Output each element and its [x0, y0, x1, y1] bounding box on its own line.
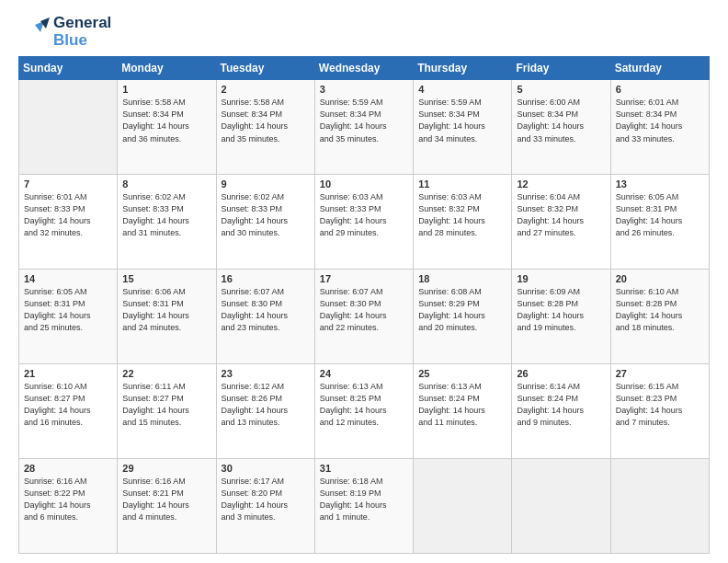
calendar-cell: 4Sunrise: 5:59 AM Sunset: 8:34 PM Daylig…	[414, 80, 512, 175]
day-info: Sunrise: 6:10 AM Sunset: 8:28 PM Dayligh…	[616, 286, 704, 334]
day-info: Sunrise: 6:05 AM Sunset: 8:31 PM Dayligh…	[24, 286, 112, 334]
day-number: 10	[320, 178, 408, 190]
day-info: Sunrise: 6:15 AM Sunset: 8:23 PM Dayligh…	[616, 381, 704, 429]
calendar-table: SundayMondayTuesdayWednesdayThursdayFrid…	[18, 56, 710, 554]
day-number: 9	[222, 178, 310, 190]
header-day-friday: Friday	[512, 57, 610, 80]
day-number: 22	[122, 368, 210, 379]
day-number: 2	[222, 84, 310, 95]
day-number: 23	[222, 368, 310, 379]
day-info: Sunrise: 6:16 AM Sunset: 8:22 PM Dayligh…	[24, 476, 112, 523]
day-info: Sunrise: 6:13 AM Sunset: 8:24 PM Dayligh…	[418, 381, 506, 429]
day-number: 24	[320, 368, 408, 379]
calendar-cell: 26Sunrise: 6:14 AM Sunset: 8:24 PM Dayli…	[512, 364, 610, 459]
day-info: Sunrise: 5:59 AM Sunset: 8:34 PM Dayligh…	[320, 97, 408, 144]
day-info: Sunrise: 5:58 AM Sunset: 8:34 PM Dayligh…	[222, 97, 310, 144]
day-number: 21	[24, 368, 112, 379]
day-number: 26	[517, 368, 605, 379]
calendar-cell	[19, 80, 118, 175]
day-number: 29	[122, 463, 210, 474]
calendar-cell: 19Sunrise: 6:09 AM Sunset: 8:28 PM Dayli…	[512, 270, 610, 364]
day-info: Sunrise: 6:12 AM Sunset: 8:26 PM Dayligh…	[222, 381, 310, 429]
week-row-1: 1Sunrise: 5:58 AM Sunset: 8:34 PM Daylig…	[19, 80, 710, 175]
calendar-cell: 17Sunrise: 6:07 AM Sunset: 8:30 PM Dayli…	[314, 270, 413, 364]
day-info: Sunrise: 6:05 AM Sunset: 8:31 PM Dayligh…	[616, 191, 704, 239]
header: General Blue	[18, 15, 710, 49]
header-day-tuesday: Tuesday	[216, 57, 314, 80]
calendar-cell: 6Sunrise: 6:01 AM Sunset: 8:34 PM Daylig…	[610, 80, 709, 175]
week-row-5: 28Sunrise: 6:16 AM Sunset: 8:22 PM Dayli…	[19, 459, 710, 554]
day-info: Sunrise: 6:09 AM Sunset: 8:28 PM Dayligh…	[517, 286, 605, 334]
day-info: Sunrise: 6:03 AM Sunset: 8:32 PM Dayligh…	[418, 191, 506, 239]
day-number: 5	[517, 84, 605, 95]
header-day-wednesday: Wednesday	[314, 57, 413, 80]
day-number: 6	[616, 84, 704, 95]
day-info: Sunrise: 6:08 AM Sunset: 8:29 PM Dayligh…	[418, 286, 506, 334]
calendar-cell	[610, 459, 709, 554]
calendar-cell: 22Sunrise: 6:11 AM Sunset: 8:27 PM Dayli…	[118, 364, 216, 459]
logo-line1: General	[53, 15, 111, 32]
calendar-cell: 9Sunrise: 6:02 AM Sunset: 8:33 PM Daylig…	[216, 175, 314, 270]
day-number: 20	[616, 273, 704, 284]
calendar-cell: 23Sunrise: 6:12 AM Sunset: 8:26 PM Dayli…	[216, 364, 314, 459]
calendar-cell	[512, 459, 610, 554]
calendar-cell: 1Sunrise: 5:58 AM Sunset: 8:34 PM Daylig…	[118, 80, 216, 175]
day-number: 11	[418, 178, 506, 190]
calendar-page: General Blue SundayMondayTuesdayWednesda…	[0, 0, 728, 563]
day-number: 17	[320, 273, 408, 284]
day-info: Sunrise: 6:04 AM Sunset: 8:32 PM Dayligh…	[517, 191, 605, 239]
calendar-cell: 13Sunrise: 6:05 AM Sunset: 8:31 PM Dayli…	[610, 175, 709, 270]
logo: General Blue	[18, 15, 111, 49]
calendar-cell: 15Sunrise: 6:06 AM Sunset: 8:31 PM Dayli…	[118, 270, 216, 364]
day-number: 13	[616, 178, 704, 190]
header-day-saturday: Saturday	[610, 57, 709, 80]
day-info: Sunrise: 6:17 AM Sunset: 8:20 PM Dayligh…	[222, 476, 310, 523]
calendar-cell: 10Sunrise: 6:03 AM Sunset: 8:33 PM Dayli…	[314, 175, 413, 270]
day-info: Sunrise: 6:02 AM Sunset: 8:33 PM Dayligh…	[122, 191, 210, 239]
week-row-2: 7Sunrise: 6:01 AM Sunset: 8:33 PM Daylig…	[19, 175, 710, 270]
day-number: 28	[24, 463, 112, 474]
day-number: 27	[616, 368, 704, 379]
day-info: Sunrise: 6:00 AM Sunset: 8:34 PM Dayligh…	[517, 97, 605, 144]
day-number: 3	[320, 84, 408, 95]
header-day-thursday: Thursday	[414, 57, 512, 80]
day-number: 1	[122, 84, 210, 95]
calendar-cell: 12Sunrise: 6:04 AM Sunset: 8:32 PM Dayli…	[512, 175, 610, 270]
header-day-sunday: Sunday	[19, 57, 118, 80]
calendar-cell: 31Sunrise: 6:18 AM Sunset: 8:19 PM Dayli…	[314, 459, 413, 554]
calendar-cell: 3Sunrise: 5:59 AM Sunset: 8:34 PM Daylig…	[314, 80, 413, 175]
week-row-3: 14Sunrise: 6:05 AM Sunset: 8:31 PM Dayli…	[19, 270, 710, 364]
day-number: 12	[517, 178, 605, 190]
day-info: Sunrise: 6:07 AM Sunset: 8:30 PM Dayligh…	[320, 286, 408, 334]
day-info: Sunrise: 6:16 AM Sunset: 8:21 PM Dayligh…	[122, 476, 210, 523]
calendar-cell	[414, 459, 512, 554]
calendar-cell: 24Sunrise: 6:13 AM Sunset: 8:25 PM Dayli…	[314, 364, 413, 459]
calendar-cell: 11Sunrise: 6:03 AM Sunset: 8:32 PM Dayli…	[414, 175, 512, 270]
calendar-cell: 21Sunrise: 6:10 AM Sunset: 8:27 PM Dayli…	[19, 364, 118, 459]
logo-bird-icon	[18, 16, 51, 49]
calendar-cell: 30Sunrise: 6:17 AM Sunset: 8:20 PM Dayli…	[216, 459, 314, 554]
calendar-header-row: SundayMondayTuesdayWednesdayThursdayFrid…	[19, 57, 710, 80]
header-day-monday: Monday	[118, 57, 216, 80]
calendar-cell: 8Sunrise: 6:02 AM Sunset: 8:33 PM Daylig…	[118, 175, 216, 270]
calendar-cell: 29Sunrise: 6:16 AM Sunset: 8:21 PM Dayli…	[118, 459, 216, 554]
day-info: Sunrise: 6:13 AM Sunset: 8:25 PM Dayligh…	[320, 381, 408, 429]
day-info: Sunrise: 6:01 AM Sunset: 8:33 PM Dayligh…	[24, 191, 112, 239]
calendar-cell: 5Sunrise: 6:00 AM Sunset: 8:34 PM Daylig…	[512, 80, 610, 175]
day-number: 7	[24, 178, 112, 190]
day-info: Sunrise: 6:06 AM Sunset: 8:31 PM Dayligh…	[122, 286, 210, 334]
day-number: 19	[517, 273, 605, 284]
calendar-cell: 20Sunrise: 6:10 AM Sunset: 8:28 PM Dayli…	[610, 270, 709, 364]
day-info: Sunrise: 5:58 AM Sunset: 8:34 PM Dayligh…	[122, 97, 210, 144]
calendar-cell: 27Sunrise: 6:15 AM Sunset: 8:23 PM Dayli…	[610, 364, 709, 459]
day-number: 14	[24, 273, 112, 284]
day-number: 30	[222, 463, 310, 474]
day-info: Sunrise: 6:11 AM Sunset: 8:27 PM Dayligh…	[122, 381, 210, 429]
calendar-cell: 25Sunrise: 6:13 AM Sunset: 8:24 PM Dayli…	[414, 364, 512, 459]
day-number: 8	[122, 178, 210, 190]
day-number: 18	[418, 273, 506, 284]
calendar-cell: 28Sunrise: 6:16 AM Sunset: 8:22 PM Dayli…	[19, 459, 118, 554]
calendar-cell: 16Sunrise: 6:07 AM Sunset: 8:30 PM Dayli…	[216, 270, 314, 364]
week-row-4: 21Sunrise: 6:10 AM Sunset: 8:27 PM Dayli…	[19, 364, 710, 459]
day-number: 25	[418, 368, 506, 379]
